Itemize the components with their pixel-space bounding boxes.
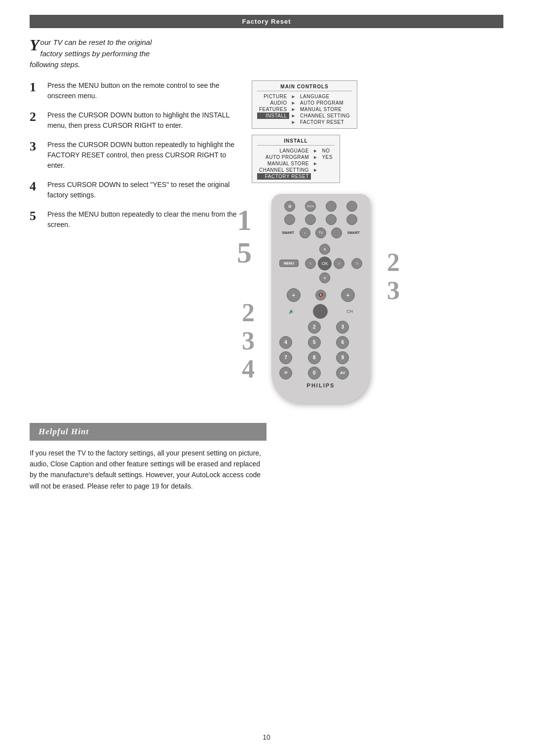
step-3-text: Press the CURSOR DOWN button repeatedly … xyxy=(47,140,237,171)
intro-section: Your TV can be reset to the originalfact… xyxy=(30,37,503,71)
remote-diagram: 15 23 234 ⏻ A/CH xyxy=(252,194,390,403)
ok-btn[interactable]: OK xyxy=(318,257,332,270)
music-btn[interactable]: ♪ xyxy=(300,227,310,238)
table-row: CHANNEL SETTING ► xyxy=(257,167,335,173)
main-content: 1 Press the MENU button on the remote co… xyxy=(30,80,503,403)
btn-4[interactable] xyxy=(346,201,357,212)
step-1: 1 Press the MENU button on the remote co… xyxy=(30,80,237,101)
table-row: INSTALL ► CHANNEL SETTING xyxy=(257,113,352,119)
num-0[interactable]: 0 xyxy=(308,367,321,379)
num-7[interactable]: 7 xyxy=(279,351,292,364)
menu-cell xyxy=(320,160,335,167)
overlay-1: 15 xyxy=(237,204,252,269)
ok-center-btn[interactable] xyxy=(313,304,328,319)
tv-btn[interactable]: TV xyxy=(315,227,326,238)
num-8[interactable]: 8 xyxy=(308,351,321,364)
ch-row: 🔊 CH xyxy=(279,304,362,319)
intro-following: following steps. xyxy=(30,60,80,69)
step-4-number: 4 xyxy=(30,180,47,194)
step-1-number: 1 xyxy=(30,80,47,95)
fav-btn[interactable]: ☆ xyxy=(351,258,362,269)
install-menu-title: Install xyxy=(257,138,335,146)
cursor-up-btn[interactable]: ∧ xyxy=(319,244,330,255)
overlay-23-right: 23 xyxy=(387,248,400,304)
mute-icon[interactable]: 🔇 xyxy=(315,290,326,301)
menu-cell: MANUAL STORE xyxy=(298,106,352,113)
table-row: FACTORY RESET xyxy=(257,173,335,180)
menu-cell: NO xyxy=(320,148,335,154)
btn-5[interactable] xyxy=(284,214,295,225)
step-2: 2 Press the CURSOR DOWN button to highli… xyxy=(30,110,237,131)
btn-8[interactable] xyxy=(346,214,357,225)
step-2-text: Press the CURSOR DOWN button to highligh… xyxy=(47,110,237,131)
btn-3[interactable] xyxy=(326,201,337,212)
arrow-icon: ► xyxy=(289,106,298,113)
page: Factory Reset Your TV can be reset to th… xyxy=(0,0,533,756)
step-5-text: Press the MENU button repeatedly to clea… xyxy=(47,209,237,230)
num-3[interactable]: 3 xyxy=(336,321,349,334)
menu-cell xyxy=(320,173,335,180)
menu-cell-highlight: FACTORY RESET xyxy=(257,173,311,180)
btn-9[interactable] xyxy=(331,227,342,238)
btn-7[interactable] xyxy=(326,214,337,225)
vol-down-btn[interactable]: + xyxy=(341,288,355,302)
vol-up-btn[interactable]: + xyxy=(287,288,301,302)
step-5-number: 5 xyxy=(30,209,47,224)
cursor-right-btn[interactable]: › xyxy=(334,258,344,269)
av-btn[interactable]: AV xyxy=(336,367,349,379)
recall-btn[interactable]: ⟳ xyxy=(279,367,292,379)
remote-row-3: SMART ♪ TV SMART xyxy=(279,227,362,238)
vol-ch-row: + 🔇 + xyxy=(279,288,362,302)
ach-btn[interactable]: A/CH xyxy=(305,201,316,212)
cursor-left-btn[interactable]: ‹ xyxy=(305,258,316,269)
menu-cell: FEATURES xyxy=(257,106,289,113)
page-number: 10 xyxy=(263,733,270,741)
num-6[interactable]: 6 xyxy=(336,336,349,349)
arrow-icon: ► xyxy=(311,160,320,167)
page-header: Factory Reset xyxy=(30,15,503,28)
menu-cell: FACTORY RESET xyxy=(298,119,352,125)
arrow-icon: ► xyxy=(289,93,298,100)
hint-body: If you reset the TV to the factory setti… xyxy=(30,448,266,492)
install-menu: Install LANGUAGE ► NO AUTO PROGRAM ► YES… xyxy=(252,135,340,183)
menu-cell: CHANNEL SETTING xyxy=(298,113,352,119)
intro-body: our TV can be reset to the originalfacto… xyxy=(40,38,152,58)
menu-cell xyxy=(320,167,335,173)
step-5: 5 Press the MENU button repeatedly to cl… xyxy=(30,209,237,230)
num-4[interactable]: 4 xyxy=(279,336,292,349)
step-4-text: Press CURSOR DOWN to select "YES" to res… xyxy=(47,180,237,200)
table-row: MANUAL STORE ► xyxy=(257,160,335,167)
install-menu-table: LANGUAGE ► NO AUTO PROGRAM ► YES MANUAL … xyxy=(257,148,335,180)
smart-label-2: SMART xyxy=(347,231,360,234)
menu-cell-highlight: INSTALL xyxy=(257,113,289,119)
cursor-down-btn[interactable]: ∨ xyxy=(319,272,330,283)
arrow-icon: ► xyxy=(289,100,298,106)
menu-cell xyxy=(257,119,289,125)
step-1-text: Press the MENU button on the remote cont… xyxy=(47,80,237,101)
nav-menu-row: MENU ∧ ∨ ‹ › OK ☆ xyxy=(279,241,362,286)
step-3: 3 Press the CURSOR DOWN button repeatedl… xyxy=(30,140,237,171)
arrow-icon: ► xyxy=(311,154,320,160)
numpad: 2 3 4 5 6 7 8 9 ⟳ 0 AV xyxy=(279,321,362,379)
steps-column: 1 Press the MENU button on the remote co… xyxy=(30,80,237,403)
num-9[interactable]: 9 xyxy=(336,351,349,364)
num-2[interactable]: 2 xyxy=(308,321,321,334)
main-menu-title: Main Controls xyxy=(257,84,352,91)
remote-top-row: ⏻ A/CH xyxy=(279,201,362,212)
step-4: 4 Press CURSOR DOWN to select "YES" to r… xyxy=(30,180,237,200)
arrow-icon: ► xyxy=(289,119,298,125)
hint-section: Helpful Hint If you reset the TV to the … xyxy=(30,423,266,492)
intro-text: Your TV can be reset to the originalfact… xyxy=(30,37,152,71)
num-5[interactable]: 5 xyxy=(308,336,321,349)
brand-logo: PHILIPS xyxy=(279,382,362,388)
table-row: PICTURE ► LANGUAGE xyxy=(257,93,352,100)
btn-6[interactable] xyxy=(305,214,316,225)
menu-cell: MANUAL STORE xyxy=(257,160,311,167)
menu-cell: LANGUAGE xyxy=(257,148,311,154)
power-btn[interactable]: ⏻ xyxy=(284,201,295,212)
smart-label: SMART xyxy=(282,231,294,234)
menu-cell: CHANNEL SETTING xyxy=(257,167,311,173)
arrow-icon: ► xyxy=(311,148,320,154)
menu-button[interactable]: MENU xyxy=(279,260,299,267)
arrow-icon: ► xyxy=(311,167,320,173)
